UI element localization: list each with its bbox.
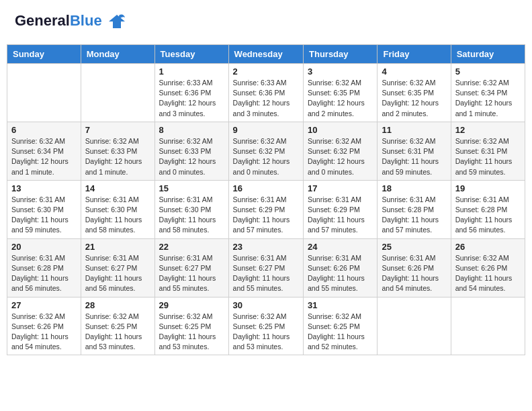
day-info: Sunrise: 6:31 AMSunset: 6:28 PMDaylight:… [11, 253, 77, 294]
calendar-cell: 14Sunrise: 6:31 AMSunset: 6:30 PMDayligh… [81, 180, 154, 238]
day-info: Sunrise: 6:31 AMSunset: 6:26 PMDaylight:… [382, 253, 446, 294]
day-number: 31 [308, 300, 373, 310]
day-number: 9 [233, 125, 299, 135]
calendar-cell: 30Sunrise: 6:32 AMSunset: 6:25 PMDayligh… [228, 297, 303, 355]
calendar-cell: 26Sunrise: 6:32 AMSunset: 6:26 PMDayligh… [451, 238, 525, 297]
day-number: 7 [85, 125, 150, 135]
day-number: 11 [382, 125, 446, 135]
calendar-cell: 20Sunrise: 6:31 AMSunset: 6:28 PMDayligh… [7, 238, 81, 297]
day-info: Sunrise: 6:31 AMSunset: 6:29 PMDaylight:… [308, 195, 373, 236]
calendar-cell: 18Sunrise: 6:31 AMSunset: 6:28 PMDayligh… [378, 180, 451, 238]
calendar-cell: 11Sunrise: 6:32 AMSunset: 6:31 PMDayligh… [378, 122, 451, 180]
day-number: 8 [159, 125, 224, 135]
day-number: 25 [382, 242, 446, 252]
calendar-week-row: 6Sunrise: 6:32 AMSunset: 6:34 PMDaylight… [7, 122, 525, 180]
day-info: Sunrise: 6:31 AMSunset: 6:27 PMDaylight:… [233, 253, 299, 294]
calendar-cell: 21Sunrise: 6:31 AMSunset: 6:27 PMDayligh… [81, 238, 154, 297]
day-number: 17 [308, 183, 373, 193]
calendar-cell: 5Sunrise: 6:32 AMSunset: 6:34 PMDaylight… [451, 64, 525, 122]
day-number: 6 [11, 125, 77, 135]
day-info: Sunrise: 6:32 AMSunset: 6:26 PMDaylight:… [11, 312, 77, 353]
day-info: Sunrise: 6:31 AMSunset: 6:27 PMDaylight:… [159, 253, 224, 294]
day-info: Sunrise: 6:31 AMSunset: 6:30 PMDaylight:… [85, 195, 150, 236]
day-info: Sunrise: 6:32 AMSunset: 6:25 PMDaylight:… [308, 312, 373, 353]
calendar-cell: 8Sunrise: 6:32 AMSunset: 6:33 PMDaylight… [154, 122, 228, 180]
calendar-cell: 9Sunrise: 6:32 AMSunset: 6:32 PMDaylight… [228, 122, 303, 180]
day-info: Sunrise: 6:31 AMSunset: 6:28 PMDaylight:… [382, 195, 446, 236]
calendar-cell: 6Sunrise: 6:32 AMSunset: 6:34 PMDaylight… [7, 122, 81, 180]
calendar-cell: 10Sunrise: 6:32 AMSunset: 6:32 PMDayligh… [304, 122, 378, 180]
day-info: Sunrise: 6:32 AMSunset: 6:32 PMDaylight:… [233, 136, 299, 177]
day-number: 28 [85, 300, 150, 310]
day-info: Sunrise: 6:33 AMSunset: 6:36 PMDaylight:… [159, 78, 224, 119]
day-info: Sunrise: 6:32 AMSunset: 6:25 PMDaylight:… [159, 312, 224, 353]
day-number: 2 [233, 66, 299, 77]
day-number: 1 [159, 66, 224, 77]
weekday-header-wednesday: Wednesday [228, 45, 303, 64]
calendar-table: SundayMondayTuesdayWednesdayThursdayFrid… [7, 44, 525, 355]
day-number: 21 [85, 242, 150, 252]
day-number: 30 [233, 300, 299, 310]
calendar-cell: 16Sunrise: 6:31 AMSunset: 6:29 PMDayligh… [228, 180, 303, 238]
calendar-week-row: 27Sunrise: 6:32 AMSunset: 6:26 PMDayligh… [7, 297, 525, 355]
day-info: Sunrise: 6:32 AMSunset: 6:34 PMDaylight:… [11, 136, 77, 177]
calendar-cell: 13Sunrise: 6:31 AMSunset: 6:30 PMDayligh… [7, 180, 81, 238]
day-info: Sunrise: 6:31 AMSunset: 6:26 PMDaylight:… [308, 253, 373, 294]
day-info: Sunrise: 6:32 AMSunset: 6:31 PMDaylight:… [455, 136, 521, 177]
calendar-cell: 29Sunrise: 6:32 AMSunset: 6:25 PMDayligh… [154, 297, 228, 355]
day-number: 4 [382, 66, 446, 77]
day-info: Sunrise: 6:31 AMSunset: 6:29 PMDaylight:… [233, 195, 299, 236]
calendar-cell: 1Sunrise: 6:33 AMSunset: 6:36 PMDaylight… [154, 64, 228, 122]
weekday-header-thursday: Thursday [304, 45, 378, 64]
day-info: Sunrise: 6:32 AMSunset: 6:35 PMDaylight:… [382, 78, 446, 119]
calendar-cell: 7Sunrise: 6:32 AMSunset: 6:33 PMDaylight… [81, 122, 154, 180]
calendar-cell: 24Sunrise: 6:31 AMSunset: 6:26 PMDayligh… [304, 238, 378, 297]
calendar-cell: 15Sunrise: 6:31 AMSunset: 6:30 PMDayligh… [154, 180, 228, 238]
day-info: Sunrise: 6:31 AMSunset: 6:27 PMDaylight:… [85, 253, 150, 294]
logo: GeneralBlue [15, 12, 126, 34]
day-info: Sunrise: 6:31 AMSunset: 6:28 PMDaylight:… [455, 195, 521, 236]
day-number: 12 [455, 125, 521, 135]
logo-bird-icon [107, 12, 126, 34]
calendar-cell [451, 297, 525, 355]
day-number: 26 [455, 242, 521, 252]
day-number: 22 [159, 242, 224, 252]
calendar-cell: 31Sunrise: 6:32 AMSunset: 6:25 PMDayligh… [304, 297, 378, 355]
calendar-cell: 22Sunrise: 6:31 AMSunset: 6:27 PMDayligh… [154, 238, 228, 297]
calendar-cell: 25Sunrise: 6:31 AMSunset: 6:26 PMDayligh… [378, 238, 451, 297]
weekday-header-friday: Friday [378, 45, 451, 64]
day-number: 19 [455, 183, 521, 193]
day-info: Sunrise: 6:32 AMSunset: 6:34 PMDaylight:… [455, 78, 521, 119]
calendar-cell: 28Sunrise: 6:32 AMSunset: 6:25 PMDayligh… [81, 297, 154, 355]
calendar-week-row: 1Sunrise: 6:33 AMSunset: 6:36 PMDaylight… [7, 64, 525, 122]
weekday-header-row: SundayMondayTuesdayWednesdayThursdayFrid… [7, 45, 525, 64]
day-info: Sunrise: 6:32 AMSunset: 6:25 PMDaylight:… [233, 312, 299, 353]
day-info: Sunrise: 6:33 AMSunset: 6:36 PMDaylight:… [233, 78, 299, 119]
day-info: Sunrise: 6:32 AMSunset: 6:26 PMDaylight:… [455, 253, 521, 294]
calendar-cell: 19Sunrise: 6:31 AMSunset: 6:28 PMDayligh… [451, 180, 525, 238]
day-number: 10 [308, 125, 373, 135]
calendar-cell: 3Sunrise: 6:32 AMSunset: 6:35 PMDaylight… [304, 64, 378, 122]
day-number: 13 [11, 183, 77, 193]
weekday-header-tuesday: Tuesday [154, 45, 228, 64]
day-info: Sunrise: 6:32 AMSunset: 6:33 PMDaylight:… [85, 136, 150, 177]
day-number: 24 [308, 242, 373, 252]
calendar-cell: 2Sunrise: 6:33 AMSunset: 6:36 PMDaylight… [228, 64, 303, 122]
day-number: 27 [11, 300, 77, 310]
calendar-cell [378, 297, 451, 355]
calendar-cell: 23Sunrise: 6:31 AMSunset: 6:27 PMDayligh… [228, 238, 303, 297]
day-info: Sunrise: 6:32 AMSunset: 6:31 PMDaylight:… [382, 136, 446, 177]
weekday-header-saturday: Saturday [451, 45, 525, 64]
day-number: 20 [11, 242, 77, 252]
calendar-week-row: 20Sunrise: 6:31 AMSunset: 6:28 PMDayligh… [7, 238, 525, 297]
logo-text: GeneralBlue [15, 12, 126, 34]
day-number: 16 [233, 183, 299, 193]
weekday-header-monday: Monday [81, 45, 154, 64]
day-info: Sunrise: 6:32 AMSunset: 6:35 PMDaylight:… [308, 78, 373, 119]
day-info: Sunrise: 6:31 AMSunset: 6:30 PMDaylight:… [11, 195, 77, 236]
day-number: 14 [85, 183, 150, 193]
day-number: 5 [455, 66, 521, 77]
day-info: Sunrise: 6:32 AMSunset: 6:32 PMDaylight:… [308, 136, 373, 177]
calendar-cell: 17Sunrise: 6:31 AMSunset: 6:29 PMDayligh… [304, 180, 378, 238]
calendar-cell [81, 64, 154, 122]
